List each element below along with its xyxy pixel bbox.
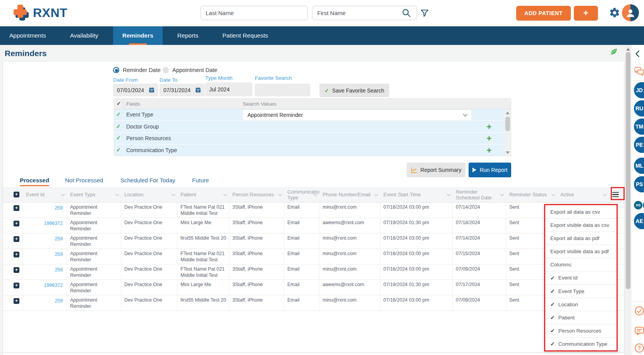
column-header-event-start-time[interactable]: Event Start Time <box>380 187 453 202</box>
column-toggle-location[interactable]: ✓Location <box>545 298 617 311</box>
settings-gear-icon[interactable] <box>609 7 620 19</box>
export-menu-item-export-visible-data-as-csv[interactable]: Export visible data as csv <box>545 218 617 232</box>
scroll-down-arrow[interactable] <box>506 151 510 154</box>
nav-tab-appointments[interactable]: Appointments <box>0 26 55 45</box>
column-toggle-communication-type[interactable]: ✓Communication Type <box>545 337 617 350</box>
column-menu-chevron-icon[interactable] <box>278 192 282 196</box>
column-menu-chevron-icon[interactable] <box>551 192 555 196</box>
results-tab-future[interactable]: Future <box>192 177 209 186</box>
date-to-input[interactable]: 07/31/2024 <box>160 84 205 96</box>
column-header-reminder-status[interactable]: Reminder Status <box>506 187 557 202</box>
type-month-input[interactable]: Jul 2024 <box>205 82 252 96</box>
search-icon[interactable] <box>402 8 411 18</box>
favorite-search-input[interactable] <box>255 84 310 96</box>
sidebar-avatar-ml[interactable]: ML <box>634 158 644 174</box>
event-id-link[interactable]: 259 <box>55 205 63 211</box>
sidebar-avatar-ru[interactable]: RU <box>634 100 644 117</box>
expand-row-button[interactable]: + <box>14 252 19 257</box>
column-header-event-type[interactable]: Event Type <box>67 187 121 202</box>
run-report-button[interactable]: Run Report <box>469 163 511 177</box>
check-all-icon[interactable]: ✓ <box>117 100 121 106</box>
export-menu-item-export-all-data-as-pdf[interactable]: Export all data as pdf <box>545 232 617 245</box>
event-type-value-select[interactable]: Appointment Reminder <box>243 110 471 120</box>
column-toggle-person-resources[interactable]: ✓Person Resources <box>545 324 617 337</box>
column-menu-chevron-icon[interactable] <box>500 192 504 196</box>
column-header-active[interactable]: Active <box>557 187 609 202</box>
scroll-up-arrow[interactable] <box>506 111 510 114</box>
sidebar-badge-h3[interactable]: H3 <box>634 201 642 209</box>
messages-icon[interactable] <box>634 326 644 336</box>
event-id-link[interactable]: 259 <box>55 298 63 304</box>
column-menu-chevron-icon[interactable] <box>374 192 378 196</box>
column-header-location[interactable]: Location <box>121 187 177 202</box>
column-menu-chevron-icon[interactable] <box>603 192 607 196</box>
event-id-link[interactable]: 259 <box>55 252 63 257</box>
quick-add-button[interactable]: + <box>574 6 598 21</box>
add-patient-button[interactable]: ADD PATIENT <box>516 6 571 21</box>
last-name-input[interactable] <box>201 6 308 20</box>
rxnt-logo[interactable]: RXNT <box>13 4 67 22</box>
event-id-link[interactable]: 259 <box>55 267 63 273</box>
column-toggle-patient[interactable]: ✓Patient <box>545 311 617 324</box>
column-header-patient[interactable]: Patient <box>177 187 229 202</box>
column-header-communication-type[interactable]: Communication Type <box>284 187 319 202</box>
results-tab-not-processed[interactable]: Not Processed <box>65 177 103 186</box>
user-avatar[interactable] <box>622 4 639 21</box>
column-menu-chevron-icon[interactable] <box>447 192 451 196</box>
filter-icon[interactable] <box>420 8 429 18</box>
column-header-reminder-scheduled-date[interactable]: Reminder Scheduled Date <box>453 187 506 202</box>
scroll-up-arrow[interactable] <box>626 48 630 51</box>
tasks-check-icon[interactable] <box>634 306 644 316</box>
sidebar-avatar-tm[interactable]: TM <box>634 118 644 135</box>
sidebar-avatar-jd[interactable]: JD <box>634 82 644 98</box>
nav-tab-reminders[interactable]: Reminders <box>113 26 163 45</box>
column-menu-chevron-icon[interactable] <box>172 192 175 196</box>
scrollbar-thumb[interactable] <box>626 52 630 289</box>
add-person-resources-value-button[interactable]: + <box>474 134 505 144</box>
expand-row-button[interactable]: + <box>14 283 19 288</box>
page-scrollbar[interactable] <box>625 45 632 355</box>
sidebar-avatar-pe[interactable]: PE <box>634 137 644 153</box>
results-tab-processed[interactable]: Processed <box>20 177 49 186</box>
collapse-panel-icon[interactable] <box>634 50 641 57</box>
expand-all-button[interactable]: + <box>14 192 19 197</box>
sidebar-avatar-ae[interactable]: AE <box>634 213 644 229</box>
column-header-phone-number-email[interactable]: Phone Number/Email <box>319 187 380 202</box>
expand-row-button[interactable]: + <box>14 205 19 211</box>
event-id-link[interactable]: 1996372 <box>44 221 63 226</box>
expand-row-button[interactable]: + <box>14 236 19 242</box>
column-toggle-event-type[interactable]: ✓Event Type <box>545 285 617 298</box>
nav-tab-patient-requests[interactable]: Patient Requests <box>213 26 277 45</box>
sidebar-avatar-ps[interactable]: PS <box>634 176 644 192</box>
column-header-event-id[interactable]: Event Id <box>23 187 67 202</box>
export-menu-item-export-visible-data-as-pdf[interactable]: Export visible data as pdf <box>545 245 617 258</box>
nav-tab-reports[interactable]: Reports <box>168 26 208 45</box>
column-menu-chevron-icon[interactable] <box>115 192 119 196</box>
add-doctor-group-value-button[interactable]: + <box>474 122 505 132</box>
add-communication-type-value-button[interactable]: + <box>474 146 505 156</box>
results-tab-scheduled-for-today[interactable]: Scheduled For Today <box>120 177 175 186</box>
export-menu-item-export-all-data-as-csv[interactable]: Export all data as csv <box>545 205 617 218</box>
help-icon[interactable]: ? <box>634 343 644 353</box>
chat-bubbles-icon[interactable] <box>634 67 644 76</box>
column-header-person-resources[interactable]: Person Resources <box>229 187 284 202</box>
report-summary-button[interactable]: Report Summary <box>407 163 465 177</box>
event-id-link[interactable]: 1996372 <box>44 283 63 288</box>
column-menu-chevron-icon[interactable] <box>61 192 65 196</box>
expand-row-button[interactable]: + <box>14 267 19 273</box>
save-favorite-search-button[interactable]: ✓ Save Favorite Search <box>319 84 389 97</box>
expand-row-button[interactable]: + <box>14 298 19 304</box>
nav-tab-availability[interactable]: Availability <box>61 26 108 45</box>
radio-reminder-date[interactable]: Reminder Date <box>113 67 161 73</box>
calendar-icon[interactable] <box>149 87 155 93</box>
column-toggle-event-id[interactable]: ✓Event Id <box>545 271 617 284</box>
fields-table-scrollbar[interactable] <box>505 110 511 156</box>
calendar-icon[interactable] <box>195 87 201 93</box>
expand-row-button[interactable]: + <box>14 221 19 226</box>
column-menu-chevron-icon[interactable] <box>223 192 227 196</box>
event-id-link[interactable]: 259 <box>55 236 63 242</box>
scrollbar-thumb[interactable] <box>505 117 510 131</box>
radio-appointment-date[interactable]: Appointment Date <box>163 67 217 73</box>
date-from-input[interactable]: 07/01/2024 <box>113 84 158 96</box>
cell-reminder-scheduled-date: 07/17/2024 <box>453 280 506 295</box>
